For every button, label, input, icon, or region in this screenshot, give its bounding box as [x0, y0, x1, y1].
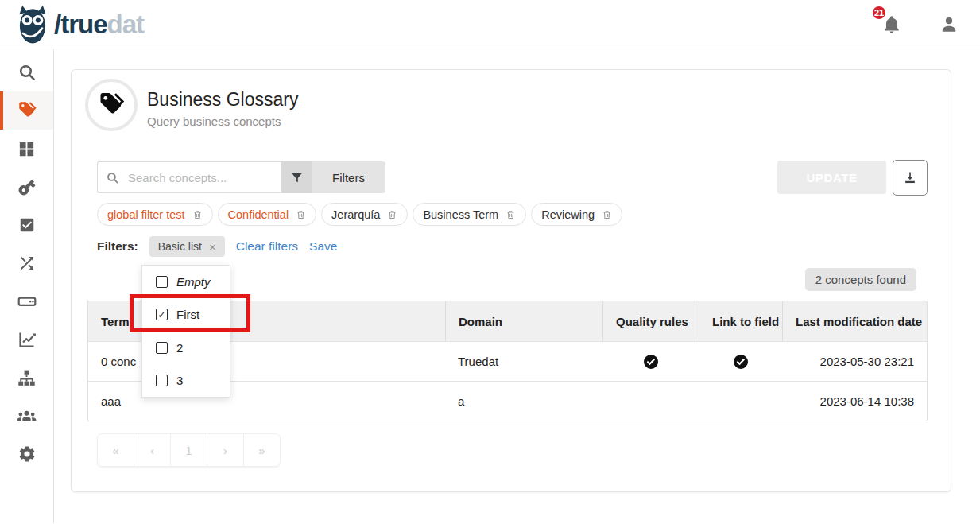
column-quality-rules: Quality rules — [602, 301, 699, 341]
drive-icon — [17, 291, 37, 312]
key-icon — [17, 177, 37, 197]
cell-domain: Truedat — [445, 342, 602, 381]
cell-last-modification-date: 2023-05-30 23:21 — [782, 342, 927, 381]
sidebar-item-glossary[interactable] — [0, 91, 53, 130]
gear-icon — [17, 444, 37, 464]
sidebar-item-structures[interactable] — [0, 282, 53, 320]
business-glossary-card: Business Glossary Query business concept… — [71, 69, 951, 492]
filters-button[interactable]: Filters — [312, 161, 385, 193]
cell-quality-rules — [602, 342, 699, 381]
sidebar-item-settings[interactable] — [0, 435, 53, 473]
tag-icon — [17, 100, 37, 121]
pagination-last-button[interactable]: » — [243, 433, 281, 467]
chip-reviewing[interactable]: Reviewing — [531, 203, 622, 226]
shuffle-icon — [17, 254, 37, 273]
trash-icon[interactable] — [192, 209, 203, 220]
sidebar-item-users[interactable] — [0, 397, 53, 435]
sidebar-item-search[interactable] — [0, 53, 53, 91]
pagination-prev-button[interactable]: ‹ — [134, 433, 171, 467]
saved-filter-name: Basic list — [158, 240, 202, 253]
column-last-modification-date: Last modification date — [782, 301, 927, 341]
option-label: 3 — [176, 374, 183, 387]
tags-icon — [97, 91, 126, 119]
saved-filter-pill[interactable]: Basic list × — [149, 236, 225, 257]
filter-chips: global filter test Confidential Jerarquí… — [97, 203, 622, 226]
chip-label: Jerarquía — [331, 208, 380, 221]
trash-icon[interactable] — [602, 209, 612, 220]
check-badge-icon — [643, 354, 659, 370]
check-badge-icon — [733, 354, 749, 370]
pagination: « ‹ 1 › » — [97, 433, 281, 467]
notifications-button[interactable]: 21 — [881, 14, 902, 35]
results-count-badge: 2 concepts found — [805, 268, 916, 291]
top-bar: /truedat 21 — [0, 0, 980, 49]
cell-quality-rules — [602, 382, 699, 421]
checkbox-unchecked[interactable] — [156, 276, 168, 288]
search-bar: Filters — [97, 161, 385, 193]
dropdown-option-3[interactable]: 3 — [142, 364, 230, 397]
checkbox-unchecked[interactable] — [156, 342, 168, 354]
check-square-icon — [18, 216, 36, 234]
page-title: Business Glossary — [147, 89, 298, 111]
option-label: 2 — [176, 341, 183, 355]
option-label: First — [176, 308, 199, 321]
page-subtitle: Query business concepts — [147, 115, 281, 128]
trash-icon[interactable] — [296, 209, 306, 220]
glossary-avatar — [85, 79, 138, 131]
chip-confidential[interactable]: Confidential — [218, 203, 317, 226]
term-filter-dropdown: Empty ✓ First 2 3 — [141, 265, 230, 398]
cell-link-to-field — [699, 382, 782, 421]
download-button[interactable] — [893, 160, 928, 196]
cell-last-modification-date: 2023-06-14 10:38 — [782, 382, 927, 421]
filters-bar-label: Filters: — [97, 239, 138, 254]
search-input-wrap — [97, 161, 281, 193]
content-area: Business Glossary Query business concept… — [54, 49, 980, 523]
search-icon — [106, 171, 119, 184]
sidebar-item-rules[interactable] — [0, 206, 53, 244]
filter-funnel-button[interactable] — [281, 161, 312, 193]
sidebar — [0, 49, 54, 523]
chip-jerarquia[interactable]: Jerarquía — [321, 203, 408, 226]
clear-filters-link[interactable]: Clear filters — [236, 239, 298, 254]
sidebar-item-permissions[interactable] — [0, 168, 53, 206]
saved-filters-bar: Filters: Basic list × Clear filters Save — [97, 236, 337, 257]
sidebar-item-lineage[interactable] — [0, 244, 53, 282]
chip-business-term[interactable]: Business Term — [413, 203, 526, 226]
user-menu-button[interactable] — [939, 14, 959, 35]
funnel-icon — [290, 171, 304, 184]
trash-icon[interactable] — [505, 209, 516, 220]
brand-wordmark: /truedat — [54, 11, 144, 37]
dropdown-option-first[interactable]: ✓ First — [142, 298, 230, 331]
pagination-first-button[interactable]: « — [97, 433, 134, 467]
checkbox-unchecked[interactable] — [156, 375, 168, 386]
save-filters-link[interactable]: Save — [309, 239, 337, 254]
chip-label: Confidential — [228, 208, 289, 221]
truedat-logo: /truedat — [14, 5, 144, 45]
cell-domain: a — [445, 382, 602, 421]
sidebar-item-dashboards[interactable] — [0, 130, 53, 168]
trash-icon[interactable] — [387, 209, 397, 220]
cell-link-to-field — [699, 342, 782, 381]
sitemap-icon — [17, 368, 37, 388]
option-label: Empty — [176, 275, 211, 289]
users-icon — [16, 406, 37, 427]
checkbox-checked[interactable]: ✓ — [156, 309, 168, 320]
notification-count-badge: 21 — [870, 4, 888, 21]
update-button[interactable]: UPDATE — [777, 161, 886, 194]
column-link-to-field: Link to field — [699, 301, 782, 341]
pagination-page-1-button[interactable]: 1 — [170, 433, 207, 467]
pagination-next-button[interactable]: › — [207, 433, 244, 467]
column-domain: Domain — [445, 301, 602, 341]
check-glyph: ✓ — [157, 309, 165, 320]
search-icon — [17, 63, 37, 82]
chip-global-filter-test[interactable]: global filter test — [97, 203, 213, 226]
grid-icon — [17, 140, 36, 158]
chip-label: global filter test — [107, 208, 185, 221]
sidebar-item-insights[interactable] — [0, 320, 53, 359]
chip-label: Business Term — [423, 208, 498, 221]
sidebar-item-domains[interactable] — [0, 359, 53, 397]
remove-filter-icon[interactable]: × — [209, 241, 216, 253]
search-input[interactable] — [126, 170, 273, 185]
dropdown-option-2[interactable]: 2 — [142, 332, 230, 364]
dropdown-option-empty[interactable]: Empty — [142, 266, 230, 298]
